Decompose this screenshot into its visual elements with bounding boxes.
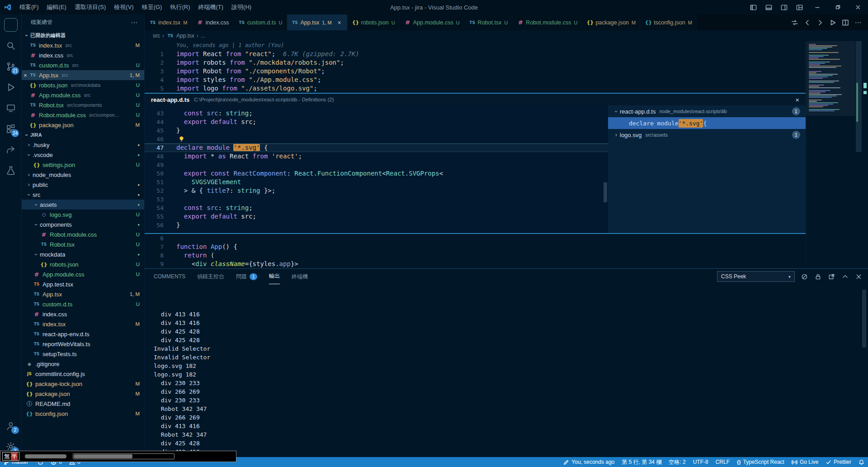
tree-item[interactable]: {}package.jsonM	[22, 389, 144, 399]
panel-scrollbar-thumb[interactable]	[862, 290, 866, 348]
editor-tab-index.tsx[interactable]: TSindex.tsxM	[145, 14, 192, 30]
tree-item[interactable]: ◇logo.svgU	[22, 210, 144, 219]
minimize-icon[interactable]	[807, 0, 827, 14]
open-editor-item[interactable]: #App.module.csssrcU	[22, 90, 144, 100]
scroll-lock-icon[interactable]	[814, 272, 822, 281]
panel-tab-問題[interactable]: 問題1	[236, 269, 257, 284]
maximize-restore-icon[interactable]	[827, 0, 848, 14]
tree-item[interactable]: #Robot.module.cssU	[22, 229, 144, 239]
panel-tab-COMMENTS[interactable]: COMMENTS	[154, 269, 185, 284]
open-editor-item[interactable]: ×TSApp.tsxsrc1, M	[22, 70, 144, 80]
open-editor-item[interactable]: TScustom.d.tssrcU	[22, 60, 144, 70]
breadcrumb-item[interactable]: src	[153, 33, 160, 39]
activity-live-share[interactable]	[0, 139, 21, 160]
editor-tab-tsconfig.json[interactable]: {}tsconfig.jsonM	[640, 14, 697, 30]
editor-tab-App.tsx[interactable]: TSApp.tsx1, M×	[287, 14, 348, 30]
status-item-Go Live[interactable]: Go Live	[788, 457, 822, 467]
activity-extensions[interactable]: 24	[0, 119, 21, 139]
menu-run[interactable]: 執行(R)	[166, 3, 194, 11]
menu-edit[interactable]: 編輯(E)	[43, 3, 71, 11]
tree-item[interactable]: TSreportWebVitals.ts	[22, 339, 144, 349]
code-editor[interactable]: You, seconds ago | 1 author (You) 1impor…	[145, 41, 806, 268]
menu-terminal[interactable]: 終端機(T)	[194, 3, 227, 11]
status-item-bell[interactable]	[855, 457, 868, 467]
tree-item[interactable]: ›.vscode●	[22, 150, 144, 160]
lightbulb-icon[interactable]	[178, 136, 185, 143]
status-item-TypeScript React[interactable]: {}TypeScript React	[733, 457, 788, 467]
open-editor-item[interactable]: #Robot.module.csssrc\compon...U	[22, 110, 144, 120]
tree-item[interactable]: ›assets●	[22, 200, 144, 210]
open-editor-item[interactable]: TSRobot.tsxsrc\componentsU	[22, 100, 144, 110]
menu-selection[interactable]: 選取項目(S)	[71, 3, 110, 11]
tree-item[interactable]: TSsetupTests.ts	[22, 349, 144, 359]
editor-tab-custom.d.ts[interactable]: TScustom.d.tsU	[234, 14, 287, 30]
tree-item[interactable]: #App.module.cssU	[22, 269, 144, 279]
toggle-primary-sidebar-icon[interactable]	[745, 0, 761, 14]
peek-close-icon[interactable]: ×	[793, 95, 801, 104]
editor-tab-Robot.tsx[interactable]: TSRobot.tsxU	[464, 14, 513, 30]
tree-item[interactable]: TSApp.test.tsx	[22, 279, 144, 289]
tree-item[interactable]: {}settings.jsonU	[22, 160, 144, 170]
sidebar-more-actions-icon[interactable]: ⋯	[131, 19, 138, 27]
output-console[interactable]: div 413 416 div 413 416 div 425 428 div …	[145, 284, 868, 457]
maximize-panel-icon[interactable]	[841, 272, 849, 281]
peek-result-file[interactable]: ›react-app.d.tsnode_modules\react-script…	[608, 105, 806, 117]
breadcrumb-item[interactable]: TSApp.tsx	[166, 33, 194, 39]
status-item-UTF-8[interactable]: UTF-8	[689, 457, 712, 467]
panel-tab-輸出[interactable]: 輸出	[269, 269, 280, 284]
panel-tab-終端機[interactable]: 終端機	[292, 269, 308, 284]
tree-item[interactable]: TScustom.d.tsU	[22, 299, 144, 309]
editor-tab-package.json[interactable]: {}package.jsonM	[582, 14, 640, 30]
status-item-Prettier[interactable]: Prettier	[822, 457, 855, 467]
minimap[interactable]	[806, 41, 855, 268]
tree-item[interactable]: JScommitlint.config.js	[22, 369, 144, 379]
split-editor-icon[interactable]	[839, 16, 852, 29]
tree-item[interactable]: {}robots.jsonU	[22, 259, 144, 269]
open-editor-item[interactable]: TSindex.tsxsrcM	[22, 40, 144, 50]
status-item-You, seconds ago[interactable]: You, seconds ago	[560, 457, 618, 467]
tree-item[interactable]: ›.husky●	[22, 140, 144, 150]
open-editor-item[interactable]: {}package.jsonM	[22, 120, 144, 130]
editor-tab-App.module.css[interactable]: #App.module.cssU	[400, 14, 464, 30]
status-item-第 5 行, 第 34 欄[interactable]: 第 5 行, 第 34 欄	[618, 457, 665, 467]
customize-layout-icon[interactable]	[792, 0, 807, 14]
open-changes-icon[interactable]	[788, 16, 801, 29]
close-tab-icon[interactable]: ×	[336, 19, 343, 26]
tree-item[interactable]: TSRobot.tsxU	[22, 239, 144, 249]
tree-item[interactable]: ›mockdata●	[22, 249, 144, 259]
tree-item[interactable]: ›src●	[22, 190, 144, 200]
tree-item[interactable]: {}package-lock.jsonM	[22, 379, 144, 389]
tree-item[interactable]: TSindex.tsxM	[22, 319, 144, 329]
tree-item[interactable]: ›node_modules	[22, 170, 144, 180]
breadcrumb-item[interactable]: ...	[201, 33, 205, 39]
menu-go[interactable]: 移至(G)	[138, 3, 166, 11]
menu-file[interactable]: 檔案(F)	[15, 3, 43, 11]
activity-search[interactable]	[0, 35, 21, 56]
tree-item[interactable]: ›public●	[22, 180, 144, 190]
tree-item[interactable]: ›components●	[22, 219, 144, 229]
toggle-secondary-sidebar-icon[interactable]	[776, 0, 792, 14]
panel-tab-偵錯主控台[interactable]: 偵錯主控台	[197, 269, 224, 284]
peek-code-editor[interactable]: 43 const src: string;44 export default s…	[145, 105, 608, 233]
tree-item[interactable]: {}tsconfig.jsonM	[22, 409, 144, 419]
peek-scrollbar-thumb[interactable]	[604, 182, 607, 202]
open-in-editor-icon[interactable]	[827, 272, 835, 281]
status-item-CRLF[interactable]: CRLF	[712, 457, 733, 467]
activity-run-debug[interactable]	[0, 77, 21, 98]
open-editors-section-header[interactable]: › 已開啟的編輯器	[22, 30, 144, 40]
editor-tab-index.css[interactable]: #index.css	[192, 14, 234, 30]
peek-result-file[interactable]: ›logo.svgsrc\assets1	[608, 129, 806, 141]
close-panel-icon[interactable]	[854, 272, 863, 281]
menu-view[interactable]: 檢視(V)	[110, 3, 137, 11]
more-actions-icon[interactable]	[852, 16, 864, 29]
editor-tab-Robot.module.css[interactable]: #Robot.module.cssU	[512, 14, 582, 30]
tree-item[interactable]: #index.css	[22, 309, 144, 319]
navigate-forward-icon[interactable]	[814, 16, 826, 29]
toggle-panel-icon[interactable]	[761, 0, 776, 14]
close-window-icon[interactable]	[848, 0, 868, 14]
activity-remote-explorer[interactable]	[0, 98, 21, 119]
open-editor-item[interactable]: #index.csssrc	[22, 50, 144, 60]
status-item-空格: 2[interactable]: 空格: 2	[665, 457, 689, 467]
menu-help[interactable]: 說明(H)	[227, 3, 255, 11]
peek-result-match[interactable]: declare module '*.svg' {	[608, 117, 806, 129]
